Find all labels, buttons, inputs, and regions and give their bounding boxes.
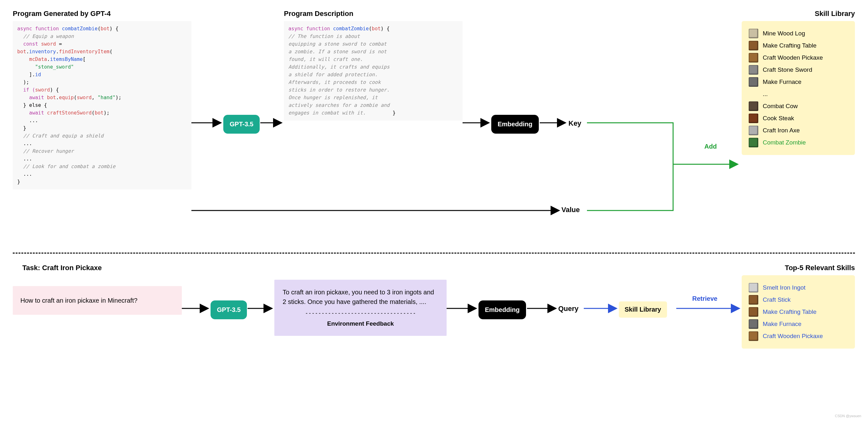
watermark: CSDN @ywsuen — [835, 414, 861, 418]
diagram-container: Program Generated by GPT-4 async functio… — [13, 9, 855, 412]
section-divider — [13, 253, 855, 254]
